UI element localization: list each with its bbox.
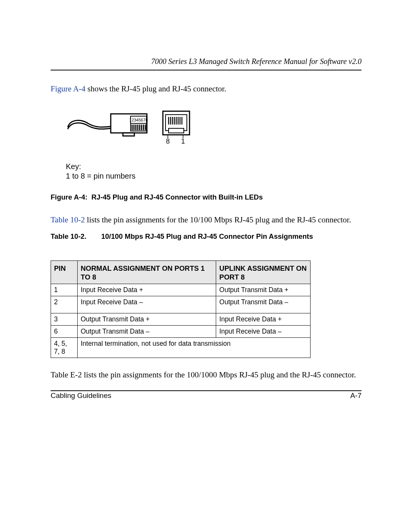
table-caption-text: 10/100 Mbps RJ-45 Plug and RJ-45 Connect… [101, 232, 313, 240]
svg-rect-3 [123, 133, 134, 136]
footer-left: Cabling Guidelines [51, 391, 112, 400]
cell-normal: Output Transmit Data – [77, 325, 216, 337]
cell-pin-span: 4, 5, 7, 8 [51, 337, 78, 358]
table-row: 3 Output Transmit Data + Input Receive D… [51, 313, 311, 325]
intro-rest: shows the RJ-45 plug and RJ-45 connector… [86, 84, 226, 93]
cell-span-text: Internal termination, not used for data … [77, 337, 310, 358]
footer-right: A-7 [350, 391, 362, 400]
cell-pin: 6 [51, 325, 78, 337]
jack-label-left: 8 [166, 137, 170, 145]
cell-normal: Output Transmit Data + [77, 313, 216, 325]
figure-key: Key: 1 to 8 = pin numbers [66, 162, 362, 181]
para2-rest: lists the pin assignments for the 10/100… [85, 215, 351, 224]
th-pin: Pin [51, 260, 78, 284]
table-header-row: Pin Normal Assignment on Ports 1 to 8 Up… [51, 260, 311, 284]
pin-assignment-table: Pin Normal Assignment on Ports 1 to 8 Up… [51, 260, 311, 358]
cell-uplink: Input Receive Data – [216, 325, 311, 337]
table-ref-link[interactable]: Table 10-2 [51, 215, 85, 224]
figure-caption: Figure A-4: RJ-45 Plug and RJ-45 Connect… [51, 193, 362, 201]
th-normal: Normal Assignment on Ports 1 to 8 [77, 260, 216, 284]
key-line: 1 to 8 = pin numbers [66, 171, 362, 181]
rj45-diagram: 12345678 [66, 105, 191, 151]
cell-pin: 1 [51, 284, 78, 296]
para-table-ref: Table 10-2 lists the pin assignments for… [51, 214, 362, 225]
svg-rect-14 [169, 128, 184, 133]
svg-rect-2 [131, 123, 147, 131]
th-uplink: Uplink Assignment on Port 8 [216, 260, 311, 284]
table-caption-label: Table 10-2. [51, 232, 101, 241]
para-e2: Table E-2 lists the pin assignments for … [51, 369, 362, 380]
cell-uplink: Output Transmit Data + [216, 284, 311, 296]
table-row: 2 Input Receive Data – Output Transmit D… [51, 296, 311, 313]
figure-caption-text: RJ-45 Plug and RJ-45 Connector with Buil… [91, 193, 263, 201]
jack-label-right: 1 [181, 137, 185, 145]
plug-pin-numbers: 12345678 [129, 118, 148, 122]
intro-paragraph: Figure A-4 shows the RJ-45 plug and RJ-4… [51, 83, 362, 94]
cell-uplink: Input Receive Data + [216, 313, 311, 325]
page-footer: Cabling Guidelines A-7 [51, 391, 362, 400]
table-row: 6 Output Transmit Data – Input Receive D… [51, 325, 311, 337]
key-heading: Key: [66, 162, 362, 171]
cell-uplink: Output Transmit Data – [216, 296, 311, 313]
footer-rule [51, 390, 362, 391]
cell-pin: 2 [51, 296, 78, 313]
cell-normal: Input Receive Data + [77, 284, 216, 296]
figure-caption-label: Figure A-4: [51, 193, 88, 201]
running-header: 7000 Series L3 Managed Switch Reference … [51, 57, 362, 66]
table-caption: Table 10-2.10/100 Mbps RJ-45 Plug and RJ… [51, 232, 362, 241]
cell-pin: 3 [51, 313, 78, 325]
figure-ref-link[interactable]: Figure A-4 [51, 84, 86, 93]
table-row-span: 4, 5, 7, 8 Internal termination, not use… [51, 337, 311, 358]
header-rule [51, 70, 362, 70]
figure-a4: 12345678 [66, 105, 362, 181]
cell-normal: Input Receive Data – [77, 296, 216, 313]
table-row: 1 Input Receive Data + Output Transmit D… [51, 284, 311, 296]
